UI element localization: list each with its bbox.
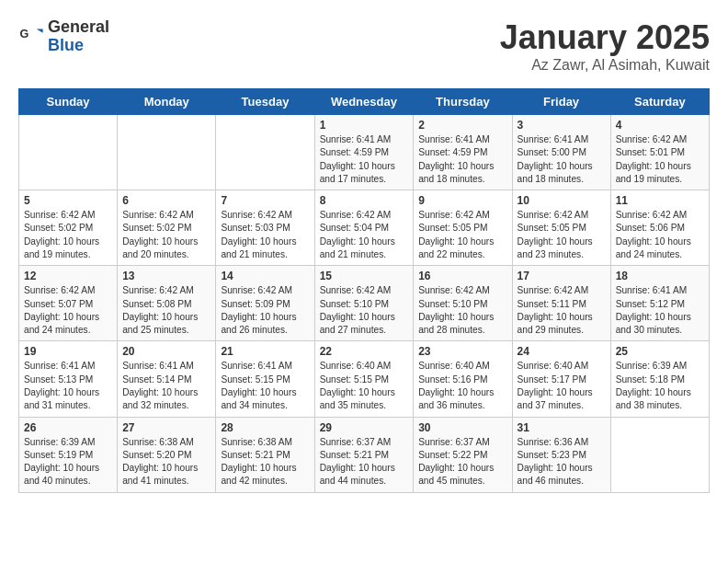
cell-content: Sunrise: 6:41 AM Sunset: 4:59 PM Dayligh… [320,133,409,186]
cell-content: Sunrise: 6:36 AM Sunset: 5:23 PM Dayligh… [518,436,606,488]
calendar-cell: 8Sunrise: 6:42 AM Sunset: 5:04 PM Daylig… [314,190,414,266]
day-header-friday: Friday [512,89,610,115]
logo-text: General Blue [48,18,109,55]
cell-content: Sunrise: 6:38 AM Sunset: 5:20 PM Dayligh… [122,436,210,488]
day-number: 2 [418,119,506,132]
cell-content: Sunrise: 6:42 AM Sunset: 5:08 PM Dayligh… [122,284,210,337]
day-header-tuesday: Tuesday [216,89,314,115]
week-row-1: 1Sunrise: 6:41 AM Sunset: 4:59 PM Daylig… [19,115,710,190]
cell-content: Sunrise: 6:40 AM Sunset: 5:17 PM Dayligh… [518,360,606,412]
day-number: 3 [518,119,606,132]
cell-content: Sunrise: 6:42 AM Sunset: 5:09 PM Dayligh… [221,284,309,337]
calendar-cell [610,417,709,492]
cell-content: Sunrise: 6:42 AM Sunset: 5:04 PM Dayligh… [320,209,409,261]
cell-content: Sunrise: 6:42 AM Sunset: 5:02 PM Dayligh… [24,209,112,261]
day-number: 17 [518,270,606,282]
day-number: 1 [320,119,409,132]
calendar-cell: 1Sunrise: 6:41 AM Sunset: 4:59 PM Daylig… [314,115,414,190]
calendar-cell: 31Sunrise: 6:36 AM Sunset: 5:23 PM Dayli… [512,417,610,492]
day-number: 25 [616,345,704,358]
day-number: 13 [122,270,210,282]
logo-line2: Blue [48,37,109,55]
day-number: 28 [221,421,309,434]
calendar-table: SundayMondayTuesdayWednesdayThursdayFrid… [18,88,710,493]
calendar-cell: 18Sunrise: 6:41 AM Sunset: 5:12 PM Dayli… [610,266,709,341]
page-header: G General Blue January 2025 Az Zawr, Al … [18,18,710,74]
cell-content: Sunrise: 6:42 AM Sunset: 5:02 PM Dayligh… [122,209,210,261]
cell-content: Sunrise: 6:41 AM Sunset: 4:59 PM Dayligh… [418,133,506,186]
calendar-cell: 22Sunrise: 6:40 AM Sunset: 5:15 PM Dayli… [314,341,414,417]
calendar-cell: 24Sunrise: 6:40 AM Sunset: 5:17 PM Dayli… [512,341,610,417]
calendar-cell: 29Sunrise: 6:37 AM Sunset: 5:21 PM Dayli… [314,417,414,492]
day-number: 7 [221,194,309,207]
day-number: 31 [518,421,606,434]
calendar-cell: 3Sunrise: 6:41 AM Sunset: 5:00 PM Daylig… [512,115,610,190]
day-header-wednesday: Wednesday [314,89,414,115]
day-number: 9 [418,194,506,207]
calendar-cell: 11Sunrise: 6:42 AM Sunset: 5:06 PM Dayli… [610,190,709,266]
day-number: 23 [418,345,506,358]
day-number: 15 [320,270,409,282]
day-number: 27 [122,421,210,434]
calendar-cell: 27Sunrise: 6:38 AM Sunset: 5:20 PM Dayli… [118,417,216,492]
calendar-cell: 16Sunrise: 6:42 AM Sunset: 5:10 PM Dayli… [414,266,512,341]
calendar-cell: 17Sunrise: 6:42 AM Sunset: 5:11 PM Dayli… [512,266,610,341]
calendar-cell [19,115,118,190]
calendar-cell: 26Sunrise: 6:39 AM Sunset: 5:19 PM Dayli… [19,417,118,492]
svg-marker-1 [37,29,43,32]
cell-content: Sunrise: 6:40 AM Sunset: 5:16 PM Dayligh… [418,360,506,412]
cell-content: Sunrise: 6:42 AM Sunset: 5:10 PM Dayligh… [418,284,506,337]
day-number: 26 [24,421,112,434]
calendar-cell: 12Sunrise: 6:42 AM Sunset: 5:07 PM Dayli… [19,266,118,341]
cell-content: Sunrise: 6:37 AM Sunset: 5:21 PM Dayligh… [320,436,409,488]
cell-content: Sunrise: 6:41 AM Sunset: 5:15 PM Dayligh… [221,360,309,412]
cell-content: Sunrise: 6:41 AM Sunset: 5:14 PM Dayligh… [122,360,210,412]
day-number: 6 [122,194,210,207]
cell-content: Sunrise: 6:41 AM Sunset: 5:12 PM Dayligh… [616,284,704,337]
day-header-monday: Monday [118,89,216,115]
calendar-subtitle: Az Zawr, Al Asimah, Kuwait [500,57,710,74]
cell-content: Sunrise: 6:37 AM Sunset: 5:22 PM Dayligh… [418,436,506,488]
calendar-cell: 30Sunrise: 6:37 AM Sunset: 5:22 PM Dayli… [414,417,512,492]
calendar-cell: 25Sunrise: 6:39 AM Sunset: 5:18 PM Dayli… [610,341,709,417]
logo: G General Blue [18,18,109,55]
day-header-saturday: Saturday [610,89,709,115]
calendar-cell: 23Sunrise: 6:40 AM Sunset: 5:16 PM Dayli… [414,341,512,417]
calendar-cell: 9Sunrise: 6:42 AM Sunset: 5:05 PM Daylig… [414,190,512,266]
calendar-cell [118,115,216,190]
calendar-cell: 6Sunrise: 6:42 AM Sunset: 5:02 PM Daylig… [118,190,216,266]
day-number: 12 [24,270,112,282]
day-number: 18 [616,270,704,282]
day-number: 11 [616,194,704,207]
day-number: 21 [221,345,309,358]
day-number: 24 [518,345,606,358]
calendar-cell: 15Sunrise: 6:42 AM Sunset: 5:10 PM Dayli… [314,266,414,341]
calendar-cell: 20Sunrise: 6:41 AM Sunset: 5:14 PM Dayli… [118,341,216,417]
cell-content: Sunrise: 6:42 AM Sunset: 5:06 PM Dayligh… [616,209,704,261]
cell-content: Sunrise: 6:42 AM Sunset: 5:01 PM Dayligh… [616,133,704,186]
day-number: 19 [24,345,112,358]
cell-content: Sunrise: 6:38 AM Sunset: 5:21 PM Dayligh… [221,436,309,488]
week-row-5: 26Sunrise: 6:39 AM Sunset: 5:19 PM Dayli… [19,417,710,492]
cell-content: Sunrise: 6:42 AM Sunset: 5:05 PM Dayligh… [418,209,506,261]
cell-content: Sunrise: 6:42 AM Sunset: 5:07 PM Dayligh… [24,284,112,337]
day-number: 8 [320,194,409,207]
calendar-cell: 5Sunrise: 6:42 AM Sunset: 5:02 PM Daylig… [19,190,118,266]
day-number: 4 [616,119,704,132]
week-row-4: 19Sunrise: 6:41 AM Sunset: 5:13 PM Dayli… [19,341,710,417]
cell-content: Sunrise: 6:39 AM Sunset: 5:19 PM Dayligh… [24,436,112,488]
cell-content: Sunrise: 6:42 AM Sunset: 5:03 PM Dayligh… [221,209,309,261]
calendar-cell: 2Sunrise: 6:41 AM Sunset: 4:59 PM Daylig… [414,115,512,190]
logo-line1: General [48,17,109,36]
calendar-title: January 2025 [500,18,710,57]
day-number: 16 [418,270,506,282]
week-row-2: 5Sunrise: 6:42 AM Sunset: 5:02 PM Daylig… [19,190,710,266]
week-row-3: 12Sunrise: 6:42 AM Sunset: 5:07 PM Dayli… [19,266,710,341]
calendar-cell: 7Sunrise: 6:42 AM Sunset: 5:03 PM Daylig… [216,190,314,266]
svg-text:G: G [19,28,28,40]
calendar-cell: 4Sunrise: 6:42 AM Sunset: 5:01 PM Daylig… [610,115,709,190]
day-number: 5 [24,194,112,207]
calendar-cell: 13Sunrise: 6:42 AM Sunset: 5:08 PM Dayli… [118,266,216,341]
calendar-cell: 14Sunrise: 6:42 AM Sunset: 5:09 PM Dayli… [216,266,314,341]
calendar-cell: 19Sunrise: 6:41 AM Sunset: 5:13 PM Dayli… [19,341,118,417]
